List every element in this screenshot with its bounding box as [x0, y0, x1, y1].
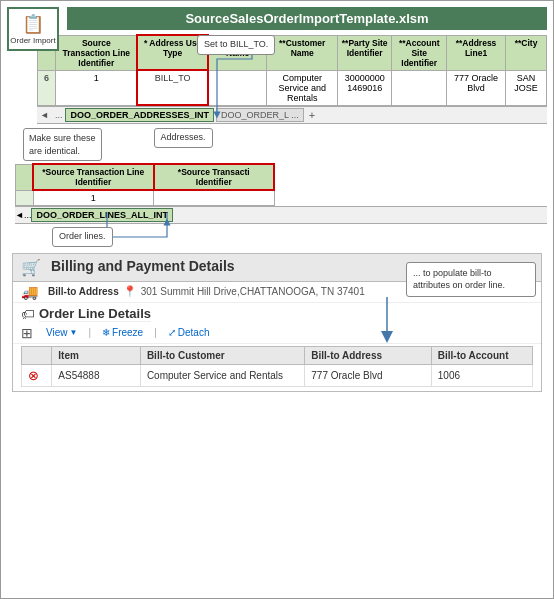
- row-billacct-cell: 1006: [431, 364, 532, 386]
- row6-col7: 777 OracleBlvd: [446, 70, 505, 105]
- toolbar-row: ⊞ View ▼ | ❄ Freeze | ⤢ Detach: [13, 323, 541, 344]
- freeze-button[interactable]: ❄ Freeze: [99, 326, 146, 339]
- detach-icon: ⤢: [168, 327, 176, 338]
- main-wrapper: 📋 Order Import SourceSalesOrderImportTem…: [1, 1, 553, 403]
- side-icon-tag: 🏷: [21, 306, 35, 322]
- col-address-line1: **Address Line1: [446, 35, 505, 70]
- row-6-num: 6: [38, 70, 56, 105]
- order-import-icon: 📋 Order Import: [7, 7, 59, 51]
- side-icon-cart: 🛒: [21, 258, 41, 277]
- row-b-col2: [154, 190, 275, 206]
- excel-bottom-table: *Source Transaction LineIdentifier *Sour…: [15, 163, 275, 206]
- addresses-callout: Addresses.: [154, 128, 213, 148]
- freeze-label: Freeze: [112, 327, 143, 338]
- tab-dots: ...: [52, 110, 66, 120]
- excel-tab-row-2: ◄ ... DOO_ORDER_LINES_ALL_INT: [15, 206, 547, 224]
- bill-to-label: Bill-to Address: [48, 286, 119, 297]
- make-identical-callout: Make sure theseare identical.: [23, 128, 102, 161]
- populate-callout: ... to populate bill-to attributes on or…: [406, 262, 536, 297]
- row6-col3: [208, 70, 267, 105]
- data-table: Item Bill-to Customer Bill-to Address Bi…: [21, 346, 533, 387]
- view-button[interactable]: View ▼: [43, 326, 80, 339]
- data-table-wrapper: Item Bill-to Customer Bill-to Address Bi…: [13, 346, 541, 391]
- table-row: ⊗ AS54888 Computer Service and Rentals 7…: [22, 364, 533, 386]
- freeze-icon: ❄: [102, 327, 110, 338]
- app-section-title: Billing and Payment Details: [51, 258, 235, 274]
- toolbar-sep1: |: [88, 327, 91, 338]
- side-icon-truck: 🚚: [21, 284, 38, 300]
- row6-col1: 1: [56, 70, 138, 105]
- order-lines-callout: Order lines.: [52, 227, 113, 247]
- detach-label: Detach: [178, 327, 210, 338]
- pin-icon: 📍: [123, 285, 137, 298]
- row6-col5: 300000001469016: [337, 70, 392, 105]
- row-num-header-b: [16, 164, 34, 190]
- row6-col2: BILL_TO: [137, 70, 207, 105]
- col-party-site-id: **Party Site Identifier: [337, 35, 392, 70]
- bill-to-address-value: 301 Summit Hill Drive,CHATTANOOGA, TN 37…: [141, 286, 365, 297]
- col-src-txn-line-b: *Source Transaction LineIdentifier: [33, 164, 153, 190]
- excel-tab-row-1: ◄ ... DOO_ORDER_ADDRESSES_INT DOO_ORDER_…: [37, 106, 547, 124]
- tab-doo-order-addresses[interactable]: DOO_ORDER_ADDRESSES_INT: [65, 108, 214, 122]
- tab-doo-order-l[interactable]: DOO_ORDER_L ...: [216, 108, 304, 122]
- row-item-cell: AS54888: [52, 364, 141, 386]
- detach-button[interactable]: ⤢ Detach: [165, 326, 213, 339]
- side-icon-grid: ⊞: [21, 325, 33, 341]
- col-src-txn-b: *Source TransactiIdentifier: [154, 164, 275, 190]
- row-b-col1: 1: [33, 190, 153, 206]
- row-billcust-cell: Computer Service and Rentals: [140, 364, 304, 386]
- set-bill-to-callout: Set to BILL_TO.: [197, 35, 275, 55]
- tab2-nav-prev[interactable]: ◄: [15, 210, 24, 220]
- order-line-details-header: Order Line Details: [39, 306, 151, 322]
- excel-title-bar: SourceSalesOrderImportTemplate.xlsm: [67, 7, 547, 30]
- view-label: View: [46, 327, 68, 338]
- view-dropdown-icon: ▼: [70, 328, 78, 337]
- col-account-site-id: **Account Site Identifier: [392, 35, 447, 70]
- col-city: **City: [506, 35, 547, 70]
- row6-col6: [392, 70, 447, 105]
- order-import-label: Order Import: [10, 37, 55, 46]
- excel-area: 📋 Order Import SourceSalesOrderImportTem…: [7, 7, 547, 247]
- tab-add[interactable]: +: [306, 109, 318, 121]
- row-b-num: [16, 190, 34, 206]
- app-section: ... to populate bill-to attributes on or…: [12, 253, 542, 392]
- row6-col4: ComputerService andRentals: [267, 70, 337, 105]
- row6-col8: SANJOSE: [506, 70, 547, 105]
- row-error-cell: ⊗: [22, 364, 52, 386]
- tab-doo-order-lines[interactable]: DOO_ORDER_LINES_ALL_INT: [31, 208, 173, 222]
- toolbar-sep2: |: [154, 327, 157, 338]
- row-billaddr-cell: 777 Oracle Blvd: [305, 364, 431, 386]
- col-billcust-header: Bill-to Customer: [140, 346, 304, 364]
- col-billacct-header: Bill-to Account: [431, 346, 532, 364]
- col-billaddr-header: Bill-to Address: [305, 346, 431, 364]
- col-customer-name: **Customer Name: [267, 35, 337, 70]
- col-source-txn-line: Source Transaction Line Identifier: [56, 35, 138, 70]
- tab2-dots: ...: [24, 210, 32, 220]
- order-icon: 📋: [22, 13, 44, 35]
- tab-nav-prev[interactable]: ◄: [37, 110, 52, 120]
- excel-top-table: 4 Source Transaction Line Identifier * A…: [37, 34, 547, 106]
- error-icon: ⊗: [28, 368, 39, 383]
- col-item-header: Item: [52, 346, 141, 364]
- col-error-header: [22, 346, 52, 364]
